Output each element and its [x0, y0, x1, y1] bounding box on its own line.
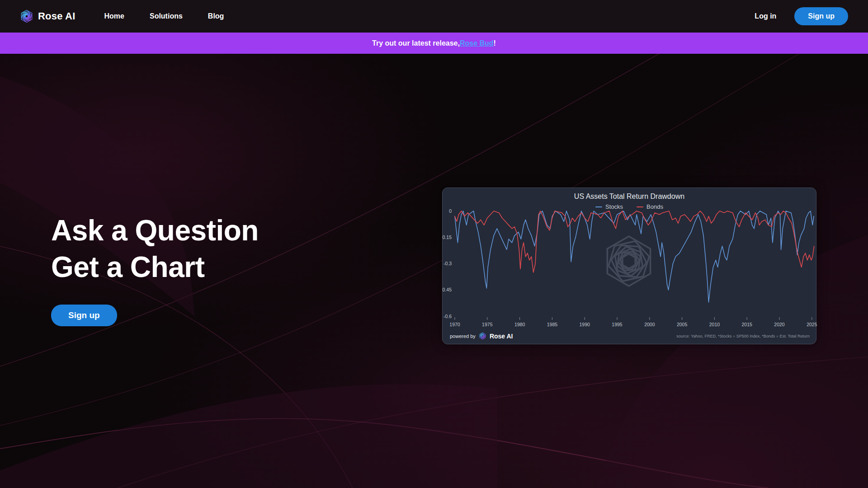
rose-logo-icon-small: [479, 332, 486, 340]
svg-text:0: 0: [449, 208, 452, 214]
svg-text:2025: 2025: [807, 322, 817, 327]
svg-text:1995: 1995: [612, 322, 623, 327]
svg-text:2010: 2010: [709, 322, 720, 327]
powered-by-label: powered by: [450, 333, 476, 339]
chart-card: US Assets Total Return Drawdown StocksBo…: [442, 188, 816, 344]
announcement-banner: Try out our latest release, Rose Bud !: [0, 33, 868, 54]
banner-text-before: Try out our latest release,: [372, 39, 460, 47]
nav-item-home[interactable]: Home: [104, 12, 124, 20]
svg-text:1985: 1985: [547, 322, 558, 327]
chart-card-footer: powered by Rose AI source: Yahoo, FRED, …: [450, 332, 810, 340]
svg-text:-0.3: -0.3: [443, 261, 452, 266]
nav-links: Home Solutions Blog: [104, 12, 224, 20]
nav-item-blog[interactable]: Blog: [208, 12, 224, 20]
nav-signup-button[interactable]: Sign up: [794, 7, 848, 25]
svg-text:2005: 2005: [677, 322, 688, 327]
svg-text:1990: 1990: [580, 322, 590, 327]
brand-name: Rose AI: [38, 10, 75, 22]
hero-section: Ask a Question Get a Chart Sign up: [51, 212, 259, 326]
nav-right: Log in Sign up: [755, 7, 848, 25]
hero-heading-line1: Ask a Question: [51, 214, 259, 247]
svg-text:2015: 2015: [742, 322, 753, 327]
svg-text:2020: 2020: [774, 322, 785, 327]
svg-text:-0.15: -0.15: [443, 235, 452, 240]
hero-signup-button[interactable]: Sign up: [51, 305, 117, 326]
powered-by-brand: Rose AI: [490, 333, 513, 340]
brand-logo[interactable]: Rose AI: [20, 9, 75, 23]
powered-by[interactable]: powered by Rose AI: [450, 332, 513, 340]
banner-release-link[interactable]: Rose Bud: [460, 39, 494, 47]
drawdown-line-chart: 0-0.15-0.3-0.45-0.6197019751980198519901…: [443, 188, 817, 345]
hero-heading-line2: Get a Chart: [51, 251, 204, 283]
svg-text:1975: 1975: [482, 322, 493, 327]
svg-text:1970: 1970: [449, 322, 460, 327]
chart-source-text: source: Yahoo, FRED, *Stocks = SP500 Ind…: [676, 334, 810, 338]
hero-heading: Ask a Question Get a Chart: [51, 212, 259, 286]
login-link[interactable]: Log in: [755, 12, 776, 20]
svg-text:2000: 2000: [644, 322, 655, 327]
svg-text:-0.45: -0.45: [443, 287, 452, 292]
svg-text:-0.6: -0.6: [443, 314, 452, 319]
banner-text-after: !: [494, 39, 496, 47]
rose-logo-icon: [20, 9, 33, 23]
nav-item-solutions[interactable]: Solutions: [150, 12, 183, 20]
top-nav: Rose AI Home Solutions Blog Log in Sign …: [0, 0, 868, 33]
svg-text:1980: 1980: [514, 322, 525, 327]
